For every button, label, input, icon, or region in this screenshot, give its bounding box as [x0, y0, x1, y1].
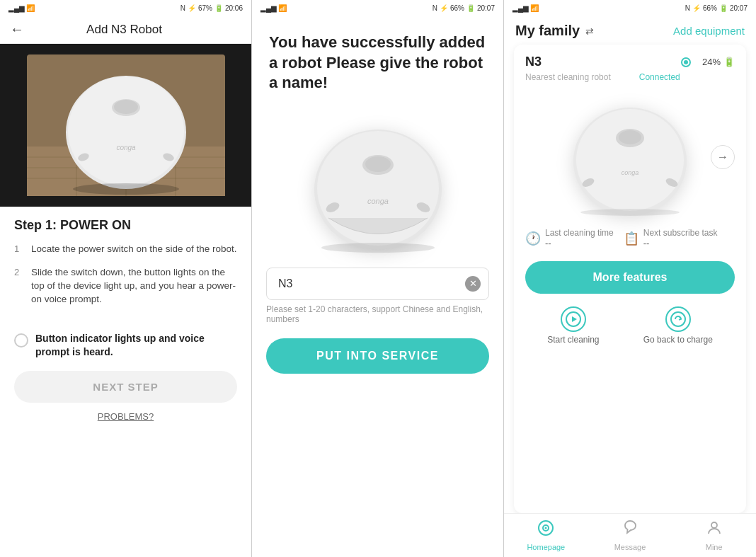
last-cleaning-label: Last cleaning time: [545, 228, 614, 238]
step-item-1: 1 Locate the power switch on the side of…: [14, 243, 237, 256]
radio-button[interactable]: [14, 333, 28, 348]
nav-message[interactable]: Message: [588, 519, 672, 551]
go-back-charge-label: Go back to charge: [643, 335, 713, 345]
step-num-1: 1: [14, 243, 24, 256]
step-title: Step 1: POWER ON: [14, 218, 237, 233]
bluetooth-icon-2: ⚡: [440, 4, 448, 12]
svg-point-23: [321, 243, 435, 253]
charge-icon: [665, 306, 691, 332]
device-robot-svg: conga: [570, 99, 690, 216]
family-header: My family ⇄ Add equipment: [504, 16, 756, 45]
svg-point-34: [671, 312, 685, 326]
svg-point-27: [619, 130, 641, 144]
problems-link[interactable]: PROBLEMS?: [0, 407, 251, 426]
calendar-icon: 📋: [624, 231, 639, 246]
battery-icon-2: 🔋: [466, 4, 475, 12]
last-cleaning-value: --: [545, 238, 614, 248]
back-button[interactable]: ←: [10, 21, 24, 38]
more-features-button[interactable]: More features: [525, 261, 735, 294]
nav-bar: ← Add N3 Robot: [0, 16, 251, 44]
start-cleaning-action[interactable]: Start cleaning: [547, 306, 599, 345]
success-title: You have successfully added a robot Plea…: [269, 33, 486, 93]
device-name: N3: [525, 54, 542, 69]
step-num-2: 2: [14, 266, 24, 306]
message-label: Message: [614, 543, 646, 551]
start-cleaning-label: Start cleaning: [547, 335, 599, 345]
panel-my-family: ▂▄▆ 📶 N ⚡ 66% 🔋 20:07 My family ⇄ Add eq…: [504, 0, 756, 557]
device-card-header: N3 24% 🔋: [525, 54, 735, 69]
status-info: N ⚡ 67% 🔋 20:06: [181, 4, 243, 12]
connected-inner: [684, 60, 688, 64]
status-bar-1: ▂▄▆ 📶 N ⚡ 67% 🔋 20:06: [0, 0, 251, 16]
step-list: 1 Locate the power switch on the side of…: [14, 243, 237, 306]
next-step-button[interactable]: NEXT STEP: [14, 371, 237, 403]
time-display: 20:06: [225, 4, 243, 12]
wifi-icon-2: 📶: [278, 4, 287, 12]
svg-point-9: [68, 76, 184, 185]
battery-icon-3: 🔋: [719, 4, 728, 12]
last-cleaning-item: 🕐 Last cleaning time --: [525, 228, 614, 248]
svg-point-38: [711, 522, 717, 528]
svg-marker-33: [572, 316, 577, 322]
step-text-2: Slide the switch down, the button lights…: [31, 266, 237, 306]
nav-mine[interactable]: Mine: [672, 519, 756, 551]
time-display-3: 20:07: [730, 4, 748, 12]
go-back-charge-action[interactable]: Go back to charge: [643, 306, 713, 345]
connected-dot: [681, 57, 691, 67]
status-bar-3: ▂▄▆ 📶 N ⚡ 66% 🔋 20:07: [504, 0, 756, 16]
play-icon: [566, 311, 581, 327]
mine-label: Mine: [706, 543, 723, 551]
step-item-2: 2 Slide the switch down, the button ligh…: [14, 266, 237, 306]
family-title-row: My family ⇄: [515, 23, 594, 39]
clear-input-button[interactable]: ✕: [465, 276, 481, 292]
robot-photo: conga: [0, 44, 251, 207]
svg-text:conga: conga: [116, 144, 136, 151]
message-icon: [622, 519, 638, 541]
svg-point-15: [73, 183, 179, 195]
wifi-icon-3: 📶: [530, 4, 539, 12]
next-device-button[interactable]: →: [711, 145, 735, 169]
device-sub-label: Nearest cleaning robot: [525, 72, 611, 82]
signal-icon: ▂▄▆: [8, 4, 25, 12]
indicator-row: Button indicator lights up and voice pro…: [0, 332, 251, 360]
panel-success: ▂▄▆ 📶 N ⚡ 66% 🔋 20:07 You have successfu…: [252, 0, 504, 557]
clock-icon: 🕐: [525, 231, 541, 246]
nfc-icon-3: N: [685, 4, 690, 12]
battery-percent-device: 24%: [702, 57, 721, 67]
battery-info: 24% 🔋: [702, 57, 735, 67]
next-task-value: --: [643, 238, 718, 248]
nfc-icon: N: [181, 4, 185, 12]
next-task-label: Next subscribe task: [643, 228, 718, 238]
nav-homepage[interactable]: Homepage: [504, 519, 588, 551]
robot-name-input[interactable]: [266, 268, 489, 300]
cleaning-info: 🕐 Last cleaning time -- 📋 Next subscribe…: [525, 228, 735, 248]
nfc-icon-2: N: [433, 4, 437, 12]
mine-icon: [706, 519, 723, 541]
connected-status: [681, 57, 691, 67]
time-display-2: 20:07: [477, 4, 495, 12]
add-equipment-button[interactable]: Add equipment: [673, 25, 745, 37]
bluetooth-icon-3: ⚡: [692, 4, 701, 12]
wifi-icon: 📶: [26, 4, 35, 12]
homepage-label: Homepage: [527, 543, 565, 551]
family-title: My family: [515, 23, 580, 39]
signal-icon-3: ▂▄▆: [512, 4, 529, 12]
battery-percent: 67%: [198, 4, 212, 12]
refresh-icon: [670, 311, 686, 327]
robot-photo-svg: conga: [27, 54, 225, 196]
status-signal: ▂▄▆ 📶: [8, 4, 35, 12]
indicator-text: Button indicator lights up and voice pro…: [35, 332, 237, 360]
transfer-icon[interactable]: ⇄: [585, 25, 594, 37]
homepage-icon: [537, 519, 554, 541]
put-into-service-button[interactable]: PUT INTO SERVICE: [266, 338, 489, 374]
success-content: You have successfully added a robot Plea…: [252, 16, 503, 112]
battery-percent-3: 66%: [703, 4, 717, 12]
svg-point-31: [580, 209, 680, 216]
battery-percent-2: 66%: [450, 4, 464, 12]
signal-icon-2: ▂▄▆: [260, 4, 277, 12]
bottom-nav: Homepage Message Mine: [504, 513, 756, 557]
status-bar-2: ▂▄▆ 📶 N ⚡ 66% 🔋 20:07: [252, 0, 503, 16]
page-title: Add N3 Robot: [24, 23, 224, 37]
robot-display: conga →: [525, 93, 735, 221]
svg-point-19: [365, 156, 391, 172]
